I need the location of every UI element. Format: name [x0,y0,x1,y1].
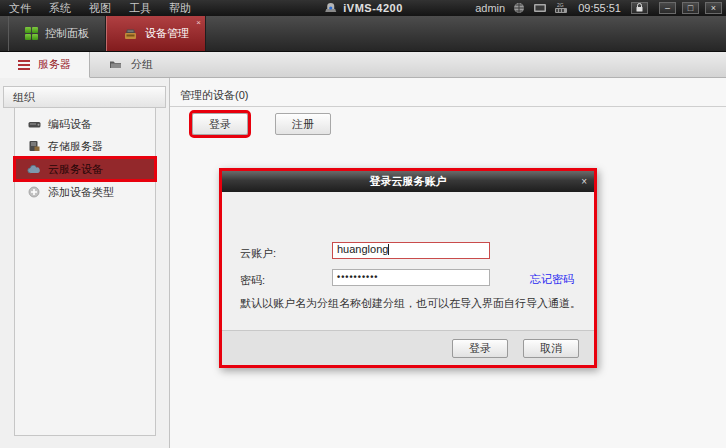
maximize-button[interactable]: □ [682,2,699,14]
dialog-footer: 登录 取消 [222,330,594,365]
device-type-list: 编码设备 存储服务器 云服务设备 添加设备类型 [14,108,156,436]
login-cloud-account-dialog: 登录云服务账户 × 云账户: huanglong 密码: •••••••••• … [219,168,597,368]
tab-control-panel[interactable]: 控制面板 [8,16,106,51]
sidebar-item-add-device-type[interactable]: 添加设备类型 [15,181,155,203]
content-area: 组织 编码设备 存储服务器 云服务设备 [0,78,726,448]
sidebar-item-label: 添加设备类型 [48,185,114,200]
app-title: iVMS-4200 [343,2,403,14]
tab-group[interactable]: 分组 [90,52,171,77]
sidebar-item-label: 云服务设备 [48,162,103,177]
device-toolbar: 登录 注册 [170,113,726,135]
tab-group-label: 分组 [131,57,153,72]
password-masked-value: •••••••••• [337,272,379,282]
sidebar-item-label: 编码设备 [48,117,92,132]
control-panel-grid-icon [25,27,38,40]
window-titlebar: 文件 系统 视图 工具 帮助 iVMS-4200 admin 2G 09:55:… [0,0,726,16]
dialog-hint-text: 默认以账户名为分组名称创建分组，也可以在导入界面自行导入通道。 [240,296,581,311]
menu-file[interactable]: 文件 [0,0,40,16]
dialog-cancel-button[interactable]: 取消 [523,339,579,358]
lock-screen-button[interactable] [631,2,648,14]
login-button[interactable]: 登录 [192,113,248,135]
cloud-account-label: 云账户: [240,246,276,261]
app-logo-camera-icon [323,2,338,14]
server-list-icon [18,60,30,70]
tab-server[interactable]: 服务器 [0,52,90,78]
add-plus-icon [27,186,41,198]
dialog-login-button[interactable]: 登录 [452,339,508,358]
dialog-titlebar: 登录云服务账户 × [222,171,594,192]
bandwidth-2g-icon: 2G [553,2,568,14]
organization-header: 组织 [3,86,166,108]
svg-text:2G: 2G [557,2,564,8]
tab-control-panel-label: 控制面板 [45,26,89,41]
cloud-account-value: huanglong [337,243,388,255]
sub-tab-bar: 服务器 分组 [0,52,726,78]
dialog-body: 云账户: huanglong 密码: •••••••••• 忘记密码 默认以账户… [222,192,594,330]
dialog-close-icon[interactable]: × [581,171,587,192]
password-input[interactable]: •••••••••• [332,269,490,286]
sidebar-item-storage-server[interactable]: 存储服务器 [15,135,155,157]
dialog-title: 登录云服务账户 [370,175,447,187]
tab-close-icon[interactable]: × [196,18,201,27]
logged-in-user: admin [475,2,505,14]
clock-time: 09:55:51 [578,2,621,14]
tab-device-management-label: 设备管理 [145,26,189,41]
storage-server-icon [27,140,41,152]
encoding-device-icon [27,118,41,130]
menu-view[interactable]: 视图 [80,0,120,16]
managed-devices-header: 管理的设备(0) [170,86,726,107]
cloud-device-icon [27,163,41,175]
menu-system[interactable]: 系统 [40,0,80,16]
text-caret [388,244,389,255]
organization-panel: 组织 编码设备 存储服务器 云服务设备 [0,78,170,448]
sidebar-item-encoding-device[interactable]: 编码设备 [15,113,155,135]
device-management-icon [123,28,138,40]
sidebar-item-cloud-service-device[interactable]: 云服务设备 [15,158,155,180]
group-folder-icon [108,59,123,71]
menu-help[interactable]: 帮助 [160,0,200,16]
network-status-icon [511,2,526,14]
register-button[interactable]: 注册 [275,113,331,135]
main-tab-bar: 控制面板 设备管理 × [0,16,726,52]
tab-server-label: 服务器 [38,57,71,72]
menu-tools[interactable]: 工具 [120,0,160,16]
minimize-button[interactable]: – [659,2,676,14]
forgot-password-link[interactable]: 忘记密码 [530,272,574,287]
cloud-account-input[interactable]: huanglong [332,242,490,259]
close-button[interactable]: × [705,2,722,14]
channel-monitor-icon [532,2,547,14]
sidebar-item-label: 存储服务器 [48,139,103,154]
tab-device-management[interactable]: 设备管理 × [106,16,206,51]
password-label: 密码: [240,273,265,288]
